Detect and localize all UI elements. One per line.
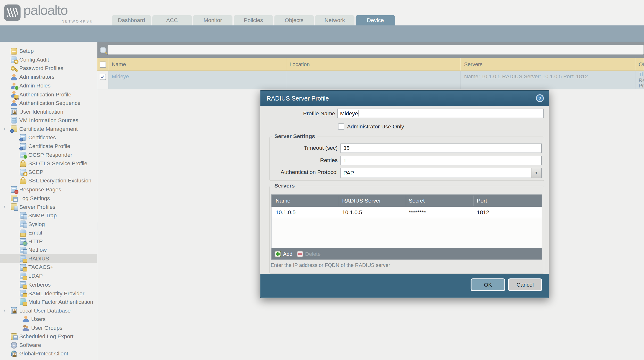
cancel-button[interactable]: Cancel [508,278,542,291]
search-icon [100,47,106,53]
delete-button[interactable]: Delete [297,248,320,259]
email-icon [20,229,26,236]
sidebar-item-ldap[interactable]: LDAP [0,272,97,280]
tab-acc[interactable]: ACC [152,15,192,25]
sidebar-item-scep[interactable]: SCEP [0,168,97,177]
sidebar-item-response-pages[interactable]: Response Pages [0,185,97,194]
sidebar-item-password-profiles[interactable]: Password Profiles [0,64,97,73]
sidebar-item-radius[interactable]: RADIUS [0,254,97,263]
server-address-cell: 10.1.0.5 [342,207,362,218]
sidebar-item-ocsp-responder[interactable]: OCSP Responder [0,151,97,159]
server-row[interactable]: 10.1.0.5 10.1.0.5 ******** 1812 [272,207,542,218]
sidebar-item-label: SSL Decryption Exclusion [28,178,92,184]
sidebar-item-server-profiles[interactable]: ▼Server Profiles [0,202,97,211]
sidebar-item-config-audit[interactable]: Config Audit [0,55,97,64]
sidebar-item-authentication-profile[interactable]: Authentication Profile [0,90,97,99]
sidebar-item-admin-roles[interactable]: Admin Roles [0,81,97,90]
retries-input[interactable]: 1 [340,156,542,165]
sidebar-item-netflow[interactable]: Netflow [0,246,97,254]
sidebar-item-multi-factor-authentication[interactable]: Multi Factor Authentication [0,298,97,306]
saml-identity-provider-icon [20,290,26,297]
expander-triangle-icon[interactable]: ▼ [3,127,6,131]
ok-button[interactable]: OK [471,278,505,291]
tab-bar: DashboardACCMonitorPoliciesObjectsNetwor… [112,15,396,25]
profiles-table-header: Name Location Servers Ot [97,58,644,71]
sidebar-item-email[interactable]: Email [0,228,97,237]
row-checkbox[interactable] [97,71,108,89]
help-icon[interactable]: ? [536,94,544,102]
chevron-down-icon[interactable]: ▼ [531,168,541,178]
profile-name-link[interactable]: Mideye [112,73,129,79]
dialog-footer: OK Cancel [260,274,549,298]
sidebar-item-vm-information-sources[interactable]: VM Information Sources [0,116,97,125]
sidebar-item-ssl-decryption-exclusion[interactable]: SSL Decryption Exclusion [0,177,97,185]
sidebar-item-label: GlobalProtect Client [20,351,68,357]
sidebar-item-snmp-trap[interactable]: SNMP Trap [0,211,97,220]
select-all-checkbox[interactable] [97,58,108,70]
sidebar-item-http[interactable]: HTTP [0,237,97,246]
column-header-other[interactable]: Ot [635,58,644,70]
sidebar-item-label: Certificates [28,135,56,141]
radius-icon [20,255,26,262]
top-header: paloalto NETWORKS® DashboardACCMonitorPo… [0,0,644,25]
sidebar-item-label: TACACS+ [28,264,54,270]
column-header-location[interactable]: Location [286,58,461,70]
column-header-name[interactable]: Name [108,58,286,70]
column-header-servers[interactable]: Servers [461,58,635,70]
tab-monitor[interactable]: Monitor [193,15,232,25]
sidebar-item-globalprotect-client[interactable]: GlobalProtect Client [0,350,97,358]
search-input[interactable] [107,45,644,55]
sidebar-item-label: Admin Roles [20,83,51,89]
authentication-profile-icon [11,91,17,98]
profile-name-input[interactable]: Mideye [337,109,544,118]
user-identification-icon [11,108,17,115]
sidebar-item-authentication-sequence[interactable]: Authentication Sequence [0,99,97,107]
tab-objects[interactable]: Objects [274,15,314,25]
sidebar-item-certificate-profile[interactable]: Certificate Profile [0,142,97,151]
sidebar-item-label: Server Profiles [20,204,56,210]
sidebar-item-users[interactable]: Users [0,315,97,324]
sidebar-item-log-settings[interactable]: Log Settings [0,194,97,202]
servers-col-port: Port [477,195,487,207]
sidebar-item-saml-identity-provider[interactable]: SAML Identity Provider [0,289,97,298]
sidebar-item-tacacs[interactable]: TACACS+ [0,263,97,272]
sidebar-item-label: Local User Database [20,307,71,314]
sidebar-item-administrators[interactable]: Administrators [0,73,97,81]
administrator-use-only-checkbox[interactable] [338,123,344,129]
http-icon [20,238,26,245]
sidebar-item-setup[interactable]: Setup [0,47,97,55]
servers-table-empty-area [272,218,542,248]
sidebar-item-label: SCEP [28,169,44,175]
expander-triangle-icon[interactable]: ▼ [3,205,6,209]
tab-network[interactable]: Network [315,15,354,25]
tab-device[interactable]: Device [356,15,395,25]
sidebar-item-software[interactable]: Software [0,341,97,350]
add-button[interactable]: Add [275,248,292,259]
sidebar-item-label: Users [31,316,46,322]
sidebar-item-label: Scheduled Log Export [20,333,74,340]
sidebar-item-ssl-tls-service-profile[interactable]: SSL/TLS Service Profile [0,159,97,168]
sidebar-item-label: Authentication Sequence [20,100,80,106]
tab-dashboard[interactable]: Dashboard [112,15,151,25]
sidebar-item-certificates[interactable]: Certificates [0,133,97,142]
sidebar-item-user-groups[interactable]: User Groups [0,323,97,332]
sidebar-item-scheduled-log-export[interactable]: Scheduled Log Export [0,332,97,341]
sidebar-item-syslog[interactable]: Syslog [0,220,97,228]
sidebar-item-user-identification[interactable]: User Identification [0,107,97,116]
multi-factor-authentication-icon [20,299,26,305]
text-caret [358,110,359,116]
ldap-icon [20,273,26,279]
authentication-protocol-select[interactable]: PAP ▼ [340,168,542,178]
timeout-input[interactable]: 35 [340,143,542,153]
certificate-management-icon [11,126,17,132]
sidebar-item-kerberos[interactable]: Kerberos [0,280,97,289]
expander-triangle-icon[interactable]: ▼ [3,309,6,312]
setup-icon [11,48,17,54]
tab-policies[interactable]: Policies [234,15,273,25]
globalprotect-client-icon [11,351,17,357]
table-row: Mideye Name: 10.1.0.5 RADIUS Server: 10.… [97,71,644,89]
sidebar-item-certificate-management[interactable]: ▼Certificate Management [0,125,97,133]
administrators-icon [11,74,17,80]
timeout-label: Timeout (sec) [270,143,338,153]
sidebar-item-local-user-database[interactable]: ▼Local User Database [0,306,97,315]
